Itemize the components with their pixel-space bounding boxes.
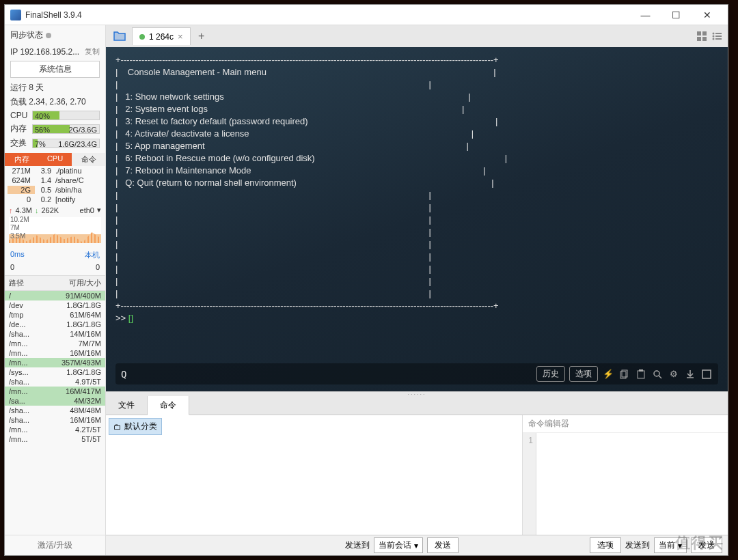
session-tab[interactable]: 1 264c × <box>132 27 191 45</box>
cpu-bar: 40% <box>32 111 100 120</box>
bottom-panel: ······ 文件 命令 🗀 默认分类 命令编辑器 <box>106 391 728 555</box>
swap-label: 交换 <box>10 137 29 149</box>
sync-dot-icon <box>46 33 51 38</box>
disk-row[interactable]: /sha...16M/16M <box>5 415 105 425</box>
send-to-label-2: 发送到 <box>625 540 650 551</box>
copy-ip-button[interactable]: 复制 <box>85 46 100 57</box>
disk-row[interactable]: /de...1.8G/1.8G <box>5 320 105 329</box>
disk-row[interactable]: /mn...16M/417M <box>5 387 105 396</box>
sidebar: 同步状态 IP 192.168.195.2... 复制 系统信息 运行 8 天 … <box>5 25 106 555</box>
disk-row[interactable]: /mn...357M/493M <box>5 358 105 367</box>
close-button[interactable]: ✕ <box>692 5 722 25</box>
disk-row[interactable]: /sha...14M/16M <box>5 329 105 339</box>
disk-row[interactable]: /sha...48M/48M <box>5 406 105 415</box>
svg-point-4 <box>713 33 715 35</box>
disk-row[interactable]: /sha...4.9T/5T <box>5 377 105 387</box>
disk-row[interactable]: /91M/400M <box>5 291 105 300</box>
svg-rect-7 <box>715 33 722 34</box>
mem-label: 内存 <box>10 123 29 135</box>
swap-bar: 7% 1.6G/23.4G <box>32 139 100 148</box>
session-select[interactable]: 当前会话 ▾ <box>374 537 423 553</box>
svg-rect-9 <box>715 38 722 40</box>
ip-address: IP 192.168.195.2... <box>10 47 79 57</box>
command-input[interactable] <box>121 369 531 380</box>
svg-line-15 <box>659 376 661 378</box>
svg-point-5 <box>713 36 715 38</box>
tab-file[interactable]: 文件 <box>106 396 148 415</box>
fullscreen-icon[interactable] <box>700 368 713 380</box>
chevron-down-icon: ▾ <box>414 541 418 550</box>
sync-label: 同步状态 <box>10 29 43 41</box>
svg-point-6 <box>713 38 715 40</box>
session-select-2[interactable]: 当前 ▾ <box>654 537 687 553</box>
minimize-button[interactable]: ― <box>630 5 661 25</box>
main-area: 1 264c × + +----------------------------… <box>106 25 728 555</box>
default-category-item[interactable]: 🗀 默认分类 <box>109 418 162 435</box>
tab-label: 1 264c <box>149 32 174 42</box>
open-folder-button[interactable] <box>110 28 129 44</box>
svg-rect-13 <box>639 369 643 372</box>
command-tree[interactable]: 🗀 默认分类 <box>106 415 523 535</box>
proc-tab-mem[interactable]: 内存 <box>5 153 38 166</box>
disk-col-path: 路径 <box>9 278 69 288</box>
disk-row[interactable]: /mn...16M/16M <box>5 348 105 358</box>
load-text: 负载 2.34, 2.36, 2.70 <box>10 96 86 108</box>
tab-close-button[interactable]: × <box>178 31 183 42</box>
tab-command[interactable]: 命令 <box>148 396 189 415</box>
disk-row[interactable]: /sys...1.8G/1.8G <box>5 367 105 377</box>
options-button[interactable]: 选项 <box>569 366 598 382</box>
command-editor: 命令编辑器 1 <box>523 415 728 535</box>
add-tab-button[interactable]: + <box>193 30 210 42</box>
process-tabs: 内存 CPU 命令 <box>5 153 105 166</box>
grid-view-button[interactable] <box>695 29 709 43</box>
ping-latency: 0ms <box>10 250 25 260</box>
process-list: 271M3.9./platinu 624M1.4/share/C 2G0.5/s… <box>5 166 105 204</box>
send-button[interactable]: 发送 <box>427 537 459 553</box>
disk-row[interactable]: /mn...5T/5T <box>5 434 105 444</box>
disk-col-avail: 可用/大小 <box>69 278 101 288</box>
activate-upgrade-button[interactable]: 激活/升级 <box>5 535 105 555</box>
svg-rect-2 <box>697 37 701 41</box>
disk-row[interactable]: /mn...7M/7M <box>5 339 105 348</box>
cpu-label: CPU <box>10 111 29 120</box>
command-input-row: 历史 选项 ⚡ ⚙ <box>115 363 718 384</box>
net-iface-select[interactable]: eth0 <box>80 206 94 214</box>
proc-tab-cmd[interactable]: 命令 <box>72 153 105 166</box>
copy-icon[interactable] <box>618 368 631 380</box>
svg-rect-8 <box>715 36 722 37</box>
gear-icon[interactable]: ⚙ <box>668 368 680 380</box>
disk-row[interactable]: /sa...4M/32M <box>5 396 105 406</box>
system-info-button[interactable]: 系统信息 <box>10 61 100 78</box>
disk-row[interactable]: /tmp61M/64M <box>5 310 105 320</box>
uptime-text: 运行 8 天 <box>10 82 44 94</box>
bolt-icon[interactable]: ⚡ <box>602 368 614 380</box>
titlebar[interactable]: FinalShell 3.9.4 ― ☐ ✕ <box>5 5 728 25</box>
svg-rect-3 <box>702 37 707 41</box>
terminal[interactable]: +---------------------------------------… <box>106 47 728 391</box>
app-window: FinalShell 3.9.4 ― ☐ ✕ 同步状态 IP 192.168.1… <box>4 4 728 556</box>
paste-icon[interactable] <box>635 368 647 380</box>
app-icon <box>10 10 21 20</box>
disk-list[interactable]: 路径 可用/大小 /91M/400M/dev1.8G/1.8G/tmp61M/6… <box>5 275 105 535</box>
search-icon[interactable] <box>651 368 664 380</box>
command-editor-title: 命令编辑器 <box>523 415 728 433</box>
history-button[interactable]: 历史 <box>536 366 565 382</box>
sync-status: 同步状态 <box>5 25 105 45</box>
footer-options-button[interactable]: 选项 <box>590 537 621 553</box>
ping-host[interactable]: 本机 <box>85 250 100 260</box>
proc-tab-cpu[interactable]: CPU <box>38 153 72 166</box>
download-icon[interactable] <box>684 368 696 380</box>
tab-strip: 1 264c × + <box>106 25 728 47</box>
disk-row[interactable]: /dev1.8G/1.8G <box>5 300 105 310</box>
svg-rect-0 <box>697 31 701 36</box>
disk-row[interactable]: /mn...4.2T/5T <box>5 425 105 434</box>
list-view-button[interactable] <box>710 29 724 43</box>
editor-textarea[interactable] <box>536 433 728 535</box>
network-stats: ↑4.3M ↓262K eth0▾ <box>5 204 105 216</box>
maximize-button[interactable]: ☐ <box>661 5 692 25</box>
folder-icon: 🗀 <box>113 422 122 432</box>
tab-status-dot-icon <box>139 34 145 40</box>
svg-rect-12 <box>638 371 644 378</box>
send-button-2[interactable]: 发送 <box>691 537 722 553</box>
editor-line-number: 1 <box>523 433 536 535</box>
